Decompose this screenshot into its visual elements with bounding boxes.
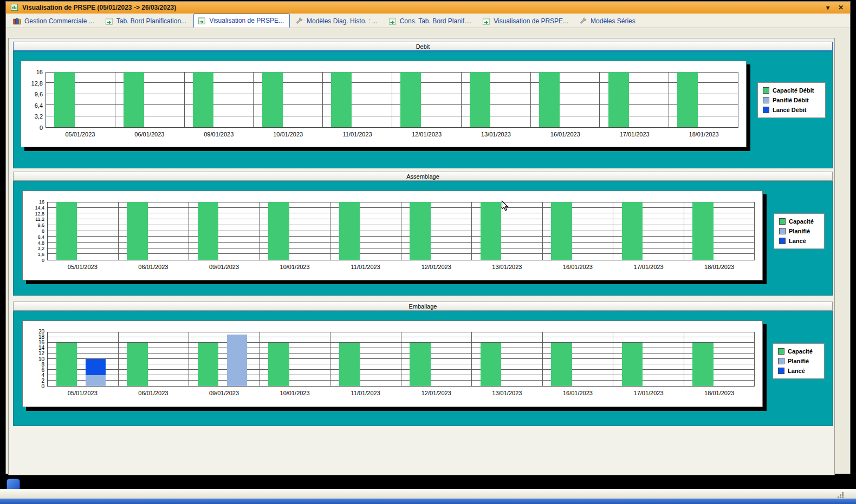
x-tick-label: 06/01/2023 [118,264,189,270]
mouse-cursor [501,200,509,214]
chart-column [684,202,755,260]
chart-column [330,332,401,386]
chart-column [531,72,600,127]
bar-capacity [193,72,213,127]
legend-item: Planifié [778,358,819,364]
x-tick-label: 06/01/2023 [115,131,184,138]
tab-2[interactable]: Tab. Bord Planification... [101,15,192,28]
app-icon [13,17,22,25]
y-tick-label: 20 [38,329,44,335]
legend-item: Lancé [779,238,819,244]
x-tick-label: 12/01/2023 [401,264,472,270]
tab-label: Modèles Séries [591,17,635,25]
y-tick-label: 6 [41,368,44,373]
y-tick-label: 18 [38,335,44,340]
x-axis-labels: 05/01/202306/01/202309/01/202310/01/2023… [47,260,755,273]
tab-7[interactable]: Modèles Séries [575,15,641,28]
x-tick-label: 12/01/2023 [392,131,462,138]
panel-assemblage: Assemblage 01,63,24,86,489,611,212,814,4… [13,172,833,296]
legend-item: Capacité [778,348,819,355]
status-bar [0,489,856,499]
content-area: Debit 03,26,49,612,816 05/01/202306/01/2… [6,28,850,474]
bar-capacity [56,343,77,386]
chart-column [462,72,531,127]
tab-3[interactable]: Visualisation de PRSPE... [193,14,290,28]
panel-emballage: Emballage 02468101214161820 05/01/202306… [13,302,833,426]
chart-emballage: 02468101214161820 05/01/202306/01/202309… [22,320,763,407]
tab-5[interactable]: Cons. Tab. Bord Planif.... [385,15,477,28]
x-tick-label: 18/01/2023 [669,131,738,138]
chart-column [254,72,323,127]
chart-debit: 03,26,49,612,816 05/01/202306/01/202309/… [21,61,747,147]
chart-column [189,332,260,386]
bar-capacity [268,202,289,260]
legend-label: Panifié Débit [773,97,809,103]
plot-area [46,72,738,128]
y-tick-label: 10 [38,357,44,362]
chart-column [472,332,543,386]
bar-launched [86,359,106,375]
x-axis-labels: 05/01/202306/01/202309/01/202310/01/2023… [47,387,755,400]
chart-column [119,202,190,260]
x-tick-label: 18/01/2023 [684,390,755,396]
bar-capacity [551,202,572,260]
y-tick-label: 6,4 [35,102,43,108]
y-tick-label: 14 [38,345,44,351]
bar-capacity [470,72,490,127]
x-axis-labels: 05/01/202306/01/202309/01/202310/01/2023… [46,128,738,141]
x-tick-label: 11/01/2023 [330,390,401,396]
x-tick-label: 05/01/2023 [47,390,118,396]
window-title: Visualisation de PRSPE (05/01/2023 -> 26… [22,4,820,11]
x-tick-label: 09/01/2023 [184,131,254,138]
legend-label: Lancé [789,238,806,244]
x-tick-label: 17/01/2023 [613,264,684,270]
legend-label: Lancé [788,368,805,374]
bar-capacity [198,343,219,386]
legend-swatch [763,107,769,113]
bar-capacity [331,72,352,127]
bar-capacity [127,202,148,260]
bar-capacity [54,72,75,127]
bar-capacity [127,343,148,386]
tab-4[interactable]: Modèles Diag. Histo. : ... [291,15,383,28]
collapse-icon[interactable]: ▾ [823,4,833,11]
x-tick-label: 17/01/2023 [613,390,684,396]
window-icon [10,3,19,12]
tab-6[interactable]: Visualisation de PRSPE... [478,15,574,28]
panel-body-emballage: 02468101214161820 05/01/202306/01/202309… [13,311,833,426]
close-icon[interactable]: ✕ [836,4,846,11]
bar-planned [86,375,106,386]
bar-capacity [410,202,431,260]
legend-item: Capacité [779,218,819,225]
wrench-icon [295,17,304,25]
wrench-icon [579,17,588,25]
bar-capacity [339,202,360,260]
bar-capacity [56,202,77,260]
title-bar[interactable]: Visualisation de PRSPE (05/01/2023 -> 26… [6,2,850,14]
tab-1[interactable]: Gestion Commerciale ... [9,15,100,28]
panel-body-debit: 03,26,49,612,816 05/01/202306/01/202309/… [13,51,833,168]
legend-item: Lancé Débit [763,107,820,113]
y-tick-label: 16 [38,340,44,345]
legend-swatch [778,368,784,374]
bar-capacity [677,72,698,127]
panel-header-emballage: Emballage [13,302,833,311]
bar-capacity [608,72,629,127]
report-icon [105,17,114,25]
bar-capacity [262,72,283,127]
app-window: Visualisation de PRSPE (05/01/2023 -> 26… [5,1,851,474]
legend-swatch [779,218,786,225]
x-tick-label: 09/01/2023 [189,390,260,396]
y-tick-label: 1,6 [37,252,44,257]
y-tick-label: 16 [39,200,44,205]
bar-capacity [481,343,502,386]
chart-column [401,202,472,260]
legend-swatch [779,238,786,244]
x-tick-label: 13/01/2023 [461,131,530,138]
chart-column [48,202,119,260]
chart-column [185,72,254,127]
legend-label: Planifié [788,358,809,364]
y-tick-label: 16 [36,69,43,75]
bar-capacity [481,202,502,260]
legend-item: Lancé [778,368,819,374]
